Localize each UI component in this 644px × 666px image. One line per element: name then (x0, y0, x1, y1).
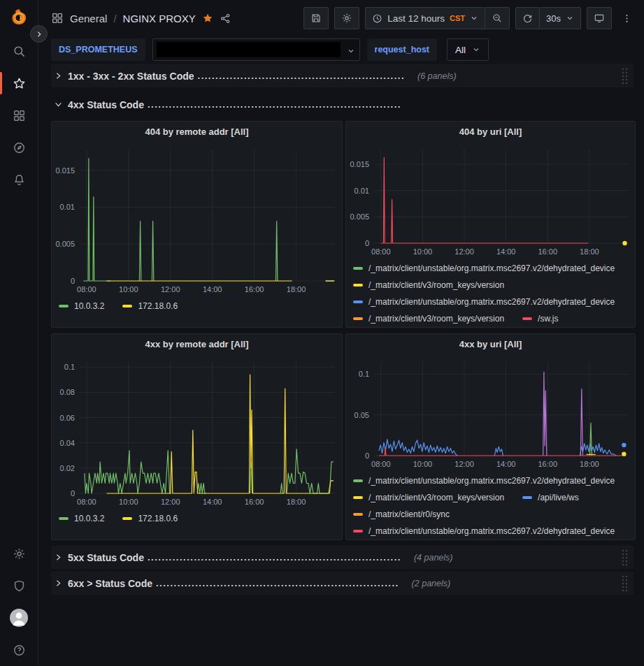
apps-icon (13, 109, 26, 122)
legend-label: /_matrix/client/v3/room_keys/version (368, 493, 504, 502)
legend-item[interactable]: /_matrix/client/v3/room_keys/version (353, 493, 504, 502)
legend-item[interactable]: /_matrix/client/v3/room_keys/version (353, 280, 504, 290)
legend-item[interactable]: /_matrix/client/unstable/org.matrix.msc2… (353, 297, 615, 307)
row-drag-handle[interactable] (621, 549, 629, 567)
sidebar-item-alerting[interactable] (0, 164, 38, 196)
sidebar-expand-button[interactable] (30, 25, 48, 43)
legend: 10.0.3.2172.18.0.6 (52, 509, 342, 540)
time-series-chart[interactable]: 00.020.040.060.080.108:0010:0012:0014:00… (52, 355, 342, 509)
more-options-button[interactable] (617, 7, 636, 29)
row-drag-handle[interactable] (621, 574, 629, 593)
legend-item[interactable]: /_matrix/client/unstable/org.matrix.msc2… (353, 263, 615, 273)
sidebar-item-starred[interactable] (0, 67, 38, 99)
datasource-variable-select[interactable] (152, 38, 360, 61)
datasource-variable-label[interactable]: DS_PROMETHEUS (51, 38, 145, 61)
dashboard-header: General / NGINX PROXY Last 12 hours C (38, 0, 644, 36)
row-4xx-expanded[interactable]: 4xx Status Code ........................… (51, 93, 634, 116)
time-range-label: Last 12 hours (387, 13, 445, 24)
chevron-down-icon (470, 14, 478, 22)
time-series-chart[interactable]: 00.0050.010.01508:0010:0012:0014:0016:00… (52, 143, 342, 296)
legend-swatch (122, 517, 132, 520)
request-host-variable-label[interactable]: request_host (367, 38, 438, 61)
clock-icon (372, 13, 382, 24)
time-range-picker[interactable]: Last 12 hours CST (365, 7, 485, 29)
gear-icon (341, 13, 352, 24)
refresh-icon (522, 13, 533, 24)
panel-grid: 404 by remote addr [All] 00.0050.010.015… (51, 121, 634, 540)
sidebar-item-profile[interactable] (0, 602, 38, 634)
svg-text:12:00: 12:00 (161, 285, 180, 294)
legend-swatch (122, 305, 132, 307)
dashboard-settings-button[interactable] (334, 7, 359, 29)
row-title-leader: ........................................… (198, 71, 406, 81)
svg-text:10:00: 10:00 (413, 247, 433, 256)
sidebar-item-configuration[interactable] (0, 537, 38, 570)
search-icon (13, 45, 26, 58)
legend-label: /_matrix/client/unstable/org.matrix.msc2… (368, 297, 615, 307)
row-title: 4xx Status Code (68, 99, 144, 110)
svg-text:18:00: 18:00 (580, 460, 599, 468)
breadcrumb-dashboard-title[interactable]: NGINX PROXY (123, 13, 196, 24)
svg-text:12:00: 12:00 (455, 247, 474, 256)
share-icon[interactable] (220, 13, 231, 24)
legend-item[interactable]: /_matrix/client/unstable/org.matrix.msc2… (353, 476, 615, 486)
svg-text:16:00: 16:00 (245, 285, 264, 294)
sidebar-item-server-admin[interactable] (0, 570, 38, 602)
legend-item[interactable]: /sw.js (522, 314, 558, 324)
row-title: 1xx - 3xx - 2xx Status Code (68, 71, 194, 82)
cycle-view-mode-button[interactable] (587, 7, 612, 29)
breadcrumb: General / NGINX PROXY (51, 12, 296, 24)
legend-label: 10.0.3.2 (74, 514, 104, 523)
sidebar-item-help[interactable] (0, 634, 38, 666)
time-picker-group: Last 12 hours CST (365, 7, 510, 29)
row-6xx-collapsed[interactable]: 6xx > Status Code ......................… (51, 572, 634, 595)
refresh-button[interactable] (515, 7, 540, 29)
legend-item[interactable]: /_matrix/client/v3/room_keys/version (353, 314, 504, 324)
chevron-right-icon (54, 579, 68, 588)
datasource-value-redacted (157, 42, 341, 57)
legend-item[interactable]: /_matrix/client/r0/sync (353, 509, 450, 519)
row-title-leader: ........................................… (156, 578, 399, 588)
svg-text:0.01: 0.01 (60, 203, 75, 211)
breadcrumb-folder[interactable]: General (70, 13, 107, 24)
legend-item[interactable]: /_matrix/client/unstable/org.matrix.msc2… (353, 526, 615, 536)
panel-title[interactable]: 404 by remote addr [All] (52, 122, 342, 143)
timezone-label: CST (450, 14, 465, 22)
legend-item[interactable]: /api/live/ws (522, 493, 579, 502)
svg-text:0.005: 0.005 (55, 240, 75, 248)
help-icon (13, 644, 26, 657)
time-series-chart[interactable]: 00.050.108:0010:0012:0014:0016:0018:00 (346, 355, 635, 471)
panel-title[interactable]: 404 by uri [All] (346, 122, 635, 143)
row-1xx-3xx-2xx-collapsed[interactable]: 1xx - 3xx - 2xx Status Code ............… (51, 64, 634, 87)
time-series-chart[interactable]: 00.0050.010.01508:0010:0012:0014:0016:00… (346, 143, 635, 259)
row-5xx-collapsed[interactable]: 5xx Status Code ........................… (51, 546, 634, 569)
legend-swatch (353, 496, 363, 499)
star-filled-icon[interactable] (202, 13, 213, 24)
svg-text:10:00: 10:00 (119, 285, 138, 294)
sidebar-item-explore[interactable] (0, 131, 38, 164)
svg-text:18:00: 18:00 (580, 247, 599, 256)
panel-title[interactable]: 4xx by uri [All] (346, 334, 635, 355)
svg-text:0.1: 0.1 (359, 370, 369, 378)
breadcrumb-separator: / (113, 13, 116, 24)
svg-text:10:00: 10:00 (413, 460, 433, 468)
row-title-leader: ........................................… (148, 99, 401, 110)
compass-icon (13, 141, 26, 154)
legend-label: /sw.js (538, 314, 558, 324)
request-host-variable-select[interactable]: All (447, 38, 489, 61)
legend-item[interactable]: 10.0.3.2 (59, 301, 104, 311)
legend-item[interactable]: 10.0.3.2 (59, 514, 104, 523)
toolbar: Last 12 hours CST 30s (303, 7, 636, 29)
panel-title[interactable]: 4xx by remote addr [All] (52, 334, 342, 355)
legend-label: 172.18.0.6 (138, 514, 178, 523)
zoom-out-time-button[interactable] (485, 7, 510, 29)
legend-item[interactable]: 172.18.0.6 (122, 514, 178, 523)
legend-label: /_matrix/client/r0/sync (368, 509, 450, 519)
svg-text:16:00: 16:00 (538, 247, 557, 256)
refresh-interval-picker[interactable]: 30s (539, 7, 581, 29)
legend-item[interactable]: 172.18.0.6 (122, 301, 178, 311)
svg-text:0.04: 0.04 (60, 439, 75, 447)
row-drag-handle[interactable] (621, 67, 629, 85)
sidebar-item-dashboards[interactable] (0, 99, 38, 131)
save-dashboard-button[interactable] (303, 7, 329, 29)
